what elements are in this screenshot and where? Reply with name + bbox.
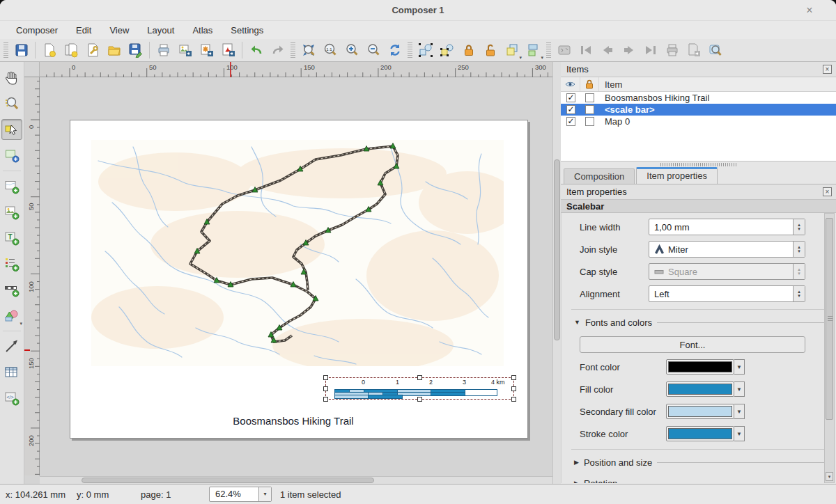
canvas-vertical-scrollbar[interactable] — [552, 62, 561, 484]
visibility-checkbox[interactable] — [566, 105, 575, 114]
selection-handle[interactable] — [323, 386, 328, 391]
lock-checkbox[interactable] — [585, 105, 594, 114]
rotation-group[interactable]: ▶ Rotation — [574, 476, 826, 483]
toolbar-grip[interactable] — [408, 42, 412, 58]
toolbar-grip[interactable] — [3, 42, 8, 58]
undo-button[interactable] — [245, 40, 267, 61]
join-style-select[interactable]: Miter ▴▾ — [649, 241, 805, 258]
fonts-and-colors-group[interactable]: ▼ Fonts and colors — [574, 315, 826, 329]
ungroup-items-button[interactable] — [436, 40, 458, 61]
duplicate-composition-button[interactable] — [60, 40, 82, 61]
atlas-previous-feature-button[interactable] — [596, 40, 618, 61]
atlas-print-button[interactable] — [661, 40, 683, 61]
atlas-preview-button[interactable] — [553, 40, 575, 61]
pan-button[interactable] — [1, 68, 22, 88]
export-image-button[interactable] — [174, 40, 196, 61]
menu-composer[interactable]: Composer — [8, 23, 65, 38]
item-row-label[interactable]: Boosmansbos Hiking Trail — [561, 92, 836, 104]
zoom-out-button[interactable] — [362, 40, 384, 61]
lock-items-button[interactable] — [458, 40, 479, 61]
zoom-in-button[interactable] — [341, 40, 362, 61]
line-width-spinbox[interactable]: 1,00 mm ▴▾ — [649, 219, 805, 235]
menu-view[interactable]: View — [102, 23, 137, 38]
map-title-label[interactable]: Boosmansbos Hiking Trail — [70, 415, 516, 427]
zoom-level-select[interactable]: 62.4% ▾ — [209, 487, 272, 502]
selection-handle[interactable] — [511, 386, 516, 391]
toolbar-grip[interactable] — [291, 42, 295, 58]
selection-handle[interactable] — [417, 397, 422, 402]
dropdown-arrow-icon[interactable]: ▼ — [734, 426, 745, 441]
selection-handle[interactable] — [511, 397, 516, 402]
map-item[interactable] — [91, 140, 504, 366]
properties-scrollbar[interactable]: ▾ — [824, 213, 835, 483]
add-arrow-button[interactable] — [1, 336, 22, 357]
tab-item-properties[interactable]: Item properties — [636, 167, 718, 184]
unlock-items-button[interactable] — [479, 40, 501, 61]
selection-handle[interactable] — [511, 375, 516, 380]
lock-checkbox[interactable] — [585, 117, 594, 126]
visibility-checkbox[interactable] — [566, 117, 575, 126]
add-label-button[interactable]: T — [1, 228, 22, 249]
spin-arrows-icon[interactable]: ▴▾ — [793, 219, 805, 235]
composition-page[interactable]: 0 1 2 3 4 km Boosmansbos Hiking Trai — [70, 120, 528, 439]
zoom-full-button[interactable] — [297, 40, 319, 61]
move-item-content-button[interactable] — [1, 145, 22, 166]
refresh-view-button[interactable] — [384, 40, 405, 61]
position-and-size-group[interactable]: ▶ Position and size — [574, 455, 826, 469]
save-as-button[interactable] — [125, 40, 146, 61]
alignment-select[interactable]: Left ▴▾ — [649, 285, 805, 302]
canvas-horizontal-scrollbar[interactable] — [40, 476, 552, 484]
add-attribute-table-button[interactable] — [1, 362, 22, 383]
redo-button[interactable] — [267, 40, 288, 61]
selection-handle[interactable] — [417, 375, 422, 380]
add-image-button[interactable] — [1, 202, 22, 223]
atlas-first-feature-button[interactable] — [575, 40, 596, 61]
add-scalebar-button[interactable] — [1, 279, 22, 300]
export-pdf-button[interactable] — [217, 40, 239, 61]
add-new-map-button[interactable] — [1, 176, 22, 197]
selection-handle[interactable] — [323, 397, 328, 402]
new-composition-button[interactable] — [38, 40, 60, 61]
composition-manager-button[interactable] — [82, 40, 103, 61]
toolbar-grip[interactable] — [546, 42, 551, 58]
atlas-last-feature-button[interactable] — [640, 40, 661, 61]
close-icon[interactable]: × — [823, 187, 832, 196]
secondary-fill-color-swatch[interactable] — [666, 404, 734, 419]
selection-handle[interactable] — [323, 375, 328, 380]
add-legend-button[interactable] — [1, 253, 22, 274]
zoom-actual-button[interactable]: 1:1 — [319, 40, 341, 61]
scroll-down-arrow-icon[interactable]: ▾ — [826, 472, 833, 481]
open-button[interactable] — [103, 40, 125, 61]
dropdown-arrow-icon[interactable]: ▼ — [734, 359, 745, 375]
dropdown-arrow-icon[interactable]: ▼ — [734, 404, 745, 419]
stroke-color-swatch[interactable] — [666, 426, 734, 441]
add-shape-button[interactable]: ▾ — [1, 305, 22, 326]
item-row-scalebar[interactable]: <scale bar> — [561, 104, 836, 116]
dropdown-arrow-icon[interactable]: ▼ — [734, 381, 745, 397]
atlas-export-button[interactable] — [683, 40, 704, 61]
menu-edit[interactable]: Edit — [68, 23, 99, 38]
atlas-next-feature-button[interactable] — [618, 40, 640, 61]
composition-canvas[interactable]: 0 50 100 150 200 250 300 0 50 100 150 20… — [24, 62, 561, 484]
zoom-button[interactable] — [1, 93, 22, 114]
item-row-map[interactable]: Map 0 — [561, 116, 836, 127]
export-svg-button[interactable] — [196, 40, 217, 61]
save-button[interactable] — [10, 40, 32, 61]
tab-composition[interactable]: Composition — [564, 168, 635, 184]
select-move-item-button[interactable] — [1, 119, 22, 140]
visibility-checkbox[interactable] — [566, 93, 575, 102]
align-items-button[interactable]: ▾ — [522, 40, 544, 61]
font-color-swatch[interactable] — [666, 359, 734, 375]
menu-atlas[interactable]: Atlas — [185, 23, 220, 38]
group-items-button[interactable] — [415, 40, 436, 61]
menu-layout[interactable]: Layout — [139, 23, 182, 38]
menu-settings[interactable]: Settings — [223, 23, 271, 38]
fill-color-swatch[interactable] — [666, 381, 734, 397]
raise-items-button[interactable]: ▾ — [501, 40, 522, 61]
scalebar-item[interactable]: 0 1 2 3 4 km — [325, 377, 514, 400]
close-icon[interactable]: × — [823, 65, 832, 74]
atlas-settings-button[interactable] — [704, 40, 726, 61]
lock-checkbox[interactable] — [585, 93, 594, 102]
window-close-icon[interactable]: × — [803, 3, 816, 17]
print-button[interactable] — [153, 40, 174, 61]
